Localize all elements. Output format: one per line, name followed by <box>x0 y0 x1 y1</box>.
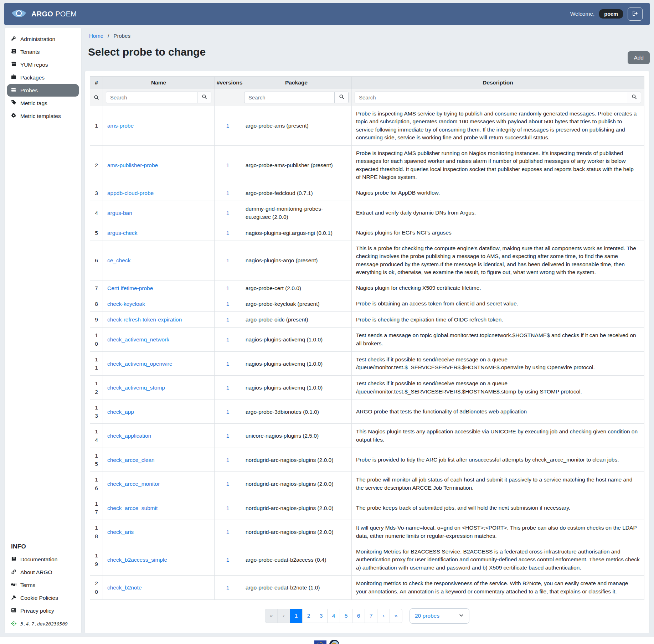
brand[interactable]: ARGOPOEM <box>31 10 77 18</box>
row-number: 16 <box>90 472 103 496</box>
probe-name-link[interactable]: check-keycloak <box>107 301 145 307</box>
sidebar-item-metric-tags[interactable]: Metric tags <box>7 97 79 109</box>
name-search-button[interactable] <box>197 92 211 103</box>
probe-name-link[interactable]: check_application <box>107 433 151 439</box>
version-label: 3.4.7.dev20230509 <box>20 621 68 627</box>
breadcrumb-home-link[interactable]: Home <box>89 33 103 39</box>
page-button-3[interactable]: 3 <box>315 609 328 623</box>
package-search-button[interactable] <box>334 92 349 103</box>
versions-link[interactable]: 1 <box>226 505 230 511</box>
add-button[interactable]: Add <box>628 51 650 64</box>
description-search-button[interactable] <box>627 92 641 103</box>
probe-name-link[interactable]: check_arcce_monitor <box>107 481 160 487</box>
probe-name-link[interactable]: check_aris <box>107 529 134 535</box>
versions-link[interactable]: 1 <box>226 162 230 168</box>
table-row: 12 check_activemq_stomp 1 nagios-plugins… <box>90 376 644 400</box>
package-cell: nagios-plugins-activemq (1.0.0) <box>241 351 352 376</box>
page-button-7[interactable]: 7 <box>365 609 377 623</box>
versions-link[interactable]: 1 <box>226 557 230 563</box>
info-item-about-argo[interactable]: About ARGO <box>7 566 79 579</box>
table-row: 14 check_application 1 unicore-nagios-pl… <box>90 424 644 448</box>
page-size-select[interactable]: 20 probes <box>410 608 469 624</box>
versions-link[interactable]: 1 <box>226 385 230 391</box>
probe-name-link[interactable]: argus-ban <box>107 210 132 216</box>
probe-name-link[interactable]: ams-probe <box>107 123 134 129</box>
versions-link[interactable]: 1 <box>226 316 230 323</box>
description-cell: This is a probe for checking the compute… <box>352 241 644 280</box>
probe-name-cell: check_arcce_clean <box>103 448 215 472</box>
table-row: 13 check_app 1 argo-probe-3dbionotes (0.… <box>90 400 644 424</box>
probe-name-link[interactable]: check_app <box>107 409 134 415</box>
package-cell: argo-probe-keycloak (present) <box>241 296 352 311</box>
probe-name-link[interactable]: ams-publisher-probe <box>107 162 158 168</box>
sidebar-item-administration[interactable]: Administration <box>7 33 79 45</box>
versions-cell: 1 <box>215 225 241 241</box>
description-search-input[interactable] <box>355 92 627 103</box>
sidebar-item-metric-templates[interactable]: Metric templates <box>7 110 79 122</box>
versions-link[interactable]: 1 <box>226 361 230 367</box>
page-button-2[interactable]: 2 <box>302 609 315 623</box>
sidebar-item-label: Packages <box>20 74 45 81</box>
probe-name-link[interactable]: argus-check <box>107 230 137 236</box>
package-search-input[interactable] <box>244 92 334 103</box>
description-cell: Probe is checking the expiration time of… <box>352 312 644 328</box>
probe-name-link[interactable]: check_activemq_network <box>107 336 169 342</box>
description-cell: Test checks if it possible to send/recei… <box>352 376 644 400</box>
table-body: 1 ams-probe 1 argo-probe-ams (present) P… <box>90 106 644 600</box>
package-cell: nordugrid-arc-nagios-plugins (2.0.0) <box>241 472 352 496</box>
description-cell: Monitoring metrics to check the responsi… <box>352 576 644 600</box>
probe-name-link[interactable]: check_arcce_clean <box>107 457 155 463</box>
page-button-5[interactable]: 5 <box>340 609 352 623</box>
info-item-privacy-policy[interactable]: Privacy policy <box>7 605 79 617</box>
probe-name-cell: CertLifetime-probe <box>103 280 215 296</box>
versions-link[interactable]: 1 <box>226 301 230 307</box>
info-item-documentation[interactable]: Documentation <box>7 553 79 566</box>
versions-link[interactable]: 1 <box>226 285 230 291</box>
versions-link[interactable]: 1 <box>226 584 230 591</box>
probe-name-link[interactable]: CertLifetime-probe <box>107 285 153 291</box>
page-button-6[interactable]: 6 <box>352 609 365 623</box>
table-row: 1 ams-probe 1 argo-probe-ams (present) P… <box>90 106 644 146</box>
probe-name-link[interactable]: appdb-cloud-probe <box>107 190 154 196</box>
probe-name-link[interactable]: ce_check <box>107 257 130 263</box>
description-cell: The probe keeps track of submitted jobs,… <box>352 496 644 520</box>
page-button-1[interactable]: 1 <box>290 609 303 623</box>
sidebar-item-tenants[interactable]: Tenants <box>7 46 79 58</box>
info-item-terms[interactable]: Terms <box>7 579 79 592</box>
versions-link[interactable]: 1 <box>226 457 230 463</box>
page-button-›[interactable]: › <box>377 609 390 623</box>
sidebar-item-probes[interactable]: Probes <box>7 84 79 97</box>
versions-cell: 1 <box>215 576 241 600</box>
probe-name-link[interactable]: check-refresh-token-expiration <box>107 316 182 323</box>
page-button-»[interactable]: » <box>390 609 402 623</box>
versions-link[interactable]: 1 <box>226 336 230 342</box>
versions-cell: 1 <box>215 312 241 328</box>
row-number: 12 <box>90 376 103 400</box>
probe-name-link[interactable]: check_activemq_openwire <box>107 361 172 367</box>
versions-link[interactable]: 1 <box>226 190 230 196</box>
probe-name-link[interactable]: check_activemq_stomp <box>107 385 165 391</box>
search-icon <box>632 93 637 102</box>
probe-name-link[interactable]: check_arcce_submit <box>107 505 158 511</box>
versions-link[interactable]: 1 <box>226 123 230 129</box>
probe-name-link[interactable]: check_b2note <box>107 584 142 591</box>
versions-link[interactable]: 1 <box>226 433 230 439</box>
logout-button[interactable] <box>628 7 643 21</box>
row-number: 15 <box>90 448 103 472</box>
versions-link[interactable]: 1 <box>226 481 230 487</box>
sidebar-item-label: About ARGO <box>20 569 52 576</box>
info-item-cookie-policies[interactable]: Cookie Policies <box>7 592 79 604</box>
versions-link[interactable]: 1 <box>226 210 230 216</box>
page-body: Administration Tenants YUM repos Package… <box>4 28 650 633</box>
page-button-4[interactable]: 4 <box>327 609 340 623</box>
versions-link[interactable]: 1 <box>226 230 230 236</box>
versions-cell: 1 <box>215 296 241 311</box>
versions-link[interactable]: 1 <box>226 409 230 415</box>
versions-link[interactable]: 1 <box>226 529 230 535</box>
name-search-input[interactable] <box>106 92 197 103</box>
sidebar-item-packages[interactable]: Packages <box>7 71 79 84</box>
sidebar-item-yum-repos[interactable]: YUM repos <box>7 58 79 71</box>
table-row: 6 ce_check 1 nagios-plugins-argo (presen… <box>90 241 644 280</box>
probe-name-link[interactable]: check_b2access_simple <box>107 557 167 563</box>
versions-link[interactable]: 1 <box>226 257 230 263</box>
